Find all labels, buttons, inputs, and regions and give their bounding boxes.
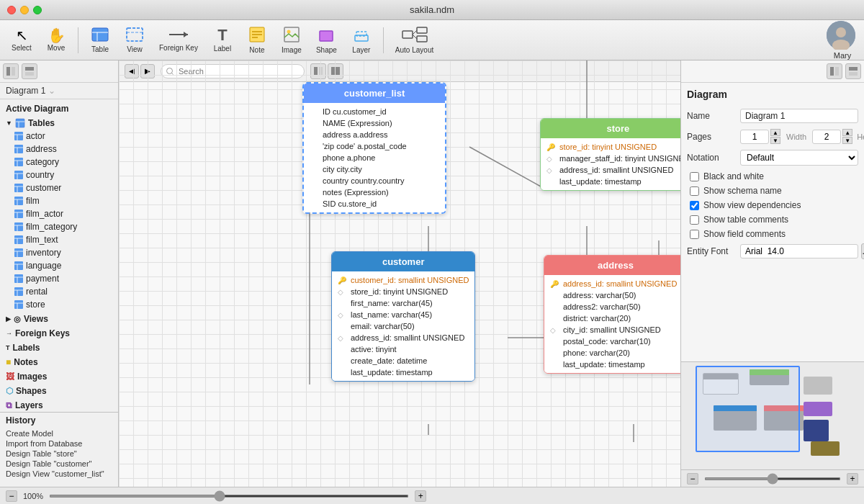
- foreign-keys-group[interactable]: → Foreign Keys: [0, 325, 118, 340]
- history-import-db[interactable]: Import from Database: [6, 438, 112, 449]
- minimap-zoom-slider[interactable]: [704, 477, 841, 480]
- sidebar-view-btn-2[interactable]: [22, 63, 37, 79]
- table-rental[interactable]: rental: [0, 285, 118, 298]
- pages-width-input[interactable]: [740, 130, 769, 144]
- history-design-customer[interactable]: Design Table "customer": [6, 459, 112, 469]
- table-row: ◇ store_id: tinyint UNSIGNED: [332, 286, 474, 297]
- entity-font-input[interactable]: [740, 244, 858, 258]
- table-customer-list[interactable]: customer_list ID cu.customer_id NAME (Ex…: [302, 82, 446, 214]
- table-inventory[interactable]: inventory: [0, 246, 118, 259]
- pages-height-input[interactable]: [812, 130, 841, 144]
- table-tool[interactable]: Table: [84, 23, 116, 58]
- history-design-view[interactable]: Design View "customer_list": [6, 469, 112, 479]
- close-button[interactable]: [7, 6, 16, 14]
- sidebar-view-btn-1[interactable]: [3, 63, 19, 79]
- table-row: ◇ last_name: varchar(45): [332, 309, 474, 320]
- shapes-group[interactable]: ⬡ Shapes: [0, 383, 118, 397]
- minimap-plus-btn[interactable]: +: [847, 473, 858, 485]
- table-film-text[interactable]: film_text: [0, 233, 118, 246]
- move-tool[interactable]: ✋ Move: [40, 23, 72, 58]
- table-address[interactable]: address: [0, 143, 118, 156]
- table-film-actor[interactable]: film_actor: [0, 207, 118, 220]
- fk-arrow: →: [6, 330, 12, 337]
- table-row: last_update: timestamp: [541, 176, 680, 187]
- svg-rect-37: [14, 158, 23, 166]
- diagram-selector[interactable]: Diagram 1 ⌄: [0, 83, 118, 99]
- table-store[interactable]: store 🔑 store_id: tinyint UNSIGNED ◇ man…: [540, 118, 680, 191]
- pages-width-down[interactable]: ▼: [770, 137, 780, 144]
- table-address[interactable]: address 🔑 address_id: smallint UNSIGNED …: [544, 255, 680, 374]
- layers-group[interactable]: ⧉ Layers: [0, 397, 118, 412]
- shape-label: Shape: [316, 46, 337, 54]
- table-icon-actor: [14, 132, 23, 140]
- right-panel: Diagram Name Pages ▲ ▼ Width: [680, 60, 864, 487]
- notation-select[interactable]: Default IDEF1X Crow's Foot: [740, 150, 858, 166]
- black-white-label: Black and white: [703, 171, 764, 181]
- image-label: Image: [282, 46, 302, 54]
- table-store[interactable]: store: [0, 298, 118, 311]
- minimap-minus-btn[interactable]: −: [687, 473, 698, 485]
- table-category[interactable]: category: [0, 156, 118, 168]
- pages-height-up[interactable]: ▲: [842, 129, 852, 136]
- table-label-film-actor: film_actor: [26, 209, 63, 219]
- view-tool[interactable]: View: [119, 23, 150, 58]
- titlebar: sakila.ndm: [0, 0, 864, 20]
- pages-height-down[interactable]: ▼: [842, 137, 852, 144]
- notes-group[interactable]: ■ Notes: [0, 354, 118, 369]
- label-tool[interactable]: T Label: [207, 23, 238, 58]
- table-customer[interactable]: customer 🔑 customer_id: smallint UNSIGNE…: [331, 251, 475, 382]
- zoom-slider[interactable]: [49, 495, 409, 498]
- table-payment[interactable]: payment: [0, 272, 118, 285]
- image-tool[interactable]: Image: [276, 23, 307, 58]
- show-table-comments-checkbox[interactable]: [690, 215, 699, 225]
- zoom-plus-btn[interactable]: +: [415, 490, 426, 502]
- maximize-button[interactable]: [33, 6, 42, 14]
- pages-width-up[interactable]: ▲: [770, 129, 780, 136]
- history-design-store[interactable]: Design Table "store": [6, 449, 112, 459]
- table-country[interactable]: country: [0, 168, 118, 181]
- table-row: ◇ address_id: smallint UNSIGNED: [541, 164, 680, 176]
- entity-font-browse-btn[interactable]: …: [861, 243, 864, 259]
- svg-rect-25: [12, 67, 15, 76]
- layer-tool[interactable]: Layer: [346, 23, 377, 58]
- table-actor[interactable]: actor: [0, 130, 118, 143]
- shape-tool[interactable]: Shape: [310, 23, 343, 58]
- show-schema-label: Show schema name: [703, 186, 782, 196]
- right-panel-btn-2[interactable]: [845, 63, 861, 79]
- images-group[interactable]: 🖼 Images: [0, 369, 118, 383]
- show-view-deps-checkbox[interactable]: [690, 201, 699, 210]
- minimize-button[interactable]: [20, 6, 29, 14]
- black-white-checkbox[interactable]: [690, 172, 699, 181]
- show-schema-checkbox[interactable]: [690, 186, 699, 196]
- tables-group[interactable]: ▼ Tables: [0, 115, 118, 130]
- foreign-key-tool[interactable]: Foreign Key: [153, 23, 204, 58]
- labels-group[interactable]: T Labels: [0, 340, 118, 354]
- views-group[interactable]: ▶ ◎ Views: [0, 311, 118, 325]
- table-customer[interactable]: customer: [0, 181, 118, 194]
- auto-layout-tool[interactable]: Auto Layout: [390, 23, 439, 58]
- table-film-category[interactable]: film_category: [0, 220, 118, 233]
- table-customer-header: customer: [332, 252, 474, 271]
- pages-row: Pages ▲ ▼ Width ▲ ▼ Height: [687, 129, 858, 144]
- canvas-area[interactable]: ◀ ▶: [119, 60, 680, 487]
- right-panel-btn-1[interactable]: [827, 63, 842, 79]
- show-field-comments-checkbox[interactable]: [690, 230, 699, 239]
- tables-icon: [15, 118, 25, 128]
- zoom-minus-btn[interactable]: −: [6, 490, 17, 502]
- table-language[interactable]: language: [0, 259, 118, 272]
- select-tool[interactable]: ↖ Select: [6, 23, 37, 58]
- svg-rect-61: [14, 261, 23, 270]
- table-row: district: varchar(20): [544, 312, 680, 324]
- svg-rect-49: [14, 210, 23, 218]
- table-film[interactable]: film: [0, 194, 118, 207]
- svg-rect-90: [849, 72, 858, 76]
- name-input[interactable]: [740, 109, 858, 123]
- field-text: ID cu.customer_id: [323, 107, 387, 116]
- fk-icon: ◇: [338, 334, 348, 342]
- pages-width-steppers: ▲ ▼: [770, 129, 780, 144]
- history-create-model[interactable]: Create Model: [6, 428, 112, 438]
- user-profile[interactable]: Mary: [827, 21, 858, 60]
- show-field-comments-label: Show field comments: [703, 229, 786, 239]
- note-tool[interactable]: Note: [241, 23, 273, 58]
- svg-point-12: [287, 30, 290, 33]
